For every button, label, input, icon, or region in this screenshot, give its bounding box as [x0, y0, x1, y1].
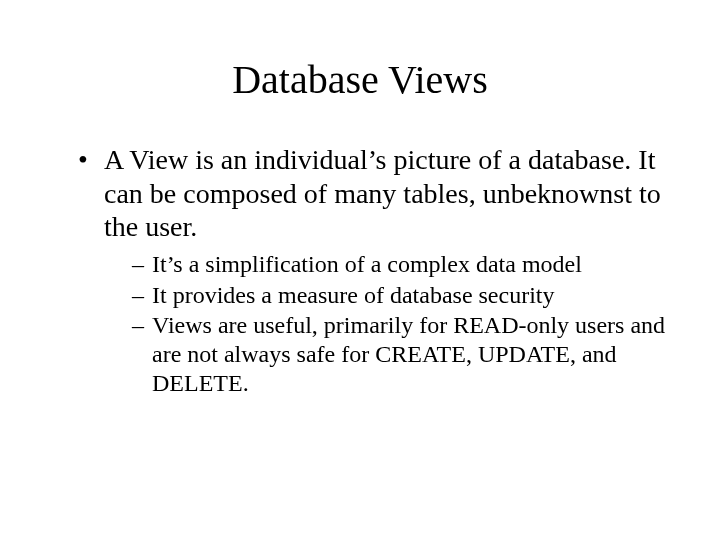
bullet-text: A View is an individual’s picture of a d… [104, 144, 661, 242]
sub-bullet-list: It’s a simplification of a complex data … [104, 250, 670, 398]
sub-bullet-text: Views are useful, primarily for READ-onl… [152, 312, 665, 396]
sub-bullet-item: Views are useful, primarily for READ-onl… [132, 311, 670, 397]
sub-bullet-item: It provides a measure of database securi… [132, 281, 670, 310]
slide: Database Views A View is an individual’s… [0, 0, 720, 540]
bullet-item: A View is an individual’s picture of a d… [78, 143, 670, 398]
bullet-list: A View is an individual’s picture of a d… [50, 143, 670, 398]
sub-bullet-text: It provides a measure of database securi… [152, 282, 555, 308]
sub-bullet-text: It’s a simplification of a complex data … [152, 251, 582, 277]
slide-title: Database Views [50, 56, 670, 103]
sub-bullet-item: It’s a simplification of a complex data … [132, 250, 670, 279]
